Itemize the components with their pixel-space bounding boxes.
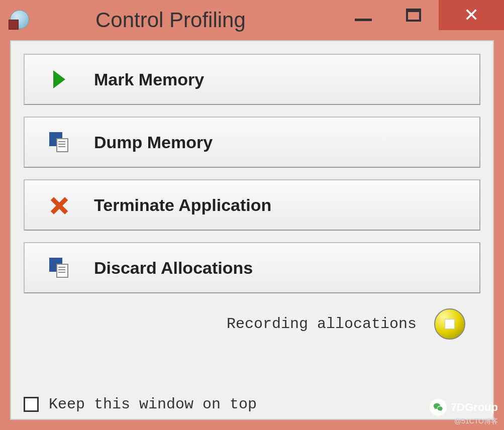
watermark-text: 7DGroup [451,401,498,414]
x-icon [47,196,71,214]
documents-icon [47,132,71,152]
discard-allocations-button[interactable]: Discard Allocations [24,242,480,293]
titlebar[interactable]: Control Profiling ✕ [0,0,504,40]
action-label: Terminate Application [94,195,271,215]
status-text: Recording allocations [227,315,417,333]
minimize-button[interactable] [338,0,388,30]
maximize-button[interactable] [388,0,439,30]
checkbox-label: Keep this window on top [49,396,257,413]
close-icon: ✕ [464,6,479,24]
window-title: Control Profiling [95,8,246,32]
terminate-application-button[interactable]: Terminate Application [24,179,480,231]
status-row: Recording allocations [24,308,480,340]
documents-icon [47,258,71,278]
maximize-icon [406,9,421,22]
watermark-main: 7DGroup [430,399,498,416]
watermark-sub: @51CTO博客 [430,417,498,426]
content-area: Mark Memory Dump Memory Terminate Applic… [10,40,494,420]
play-icon [47,70,71,88]
footer: Keep this window on top [24,396,257,413]
close-button[interactable]: ✕ [439,0,504,30]
window-controls: ✕ [338,0,504,30]
mark-memory-button[interactable]: Mark Memory [24,54,480,105]
stop-icon [445,319,455,329]
action-label: Mark Memory [94,70,204,89]
action-label: Dump Memory [94,133,213,152]
wechat-icon [430,399,447,416]
recording-indicator-button[interactable] [434,308,465,340]
window: Control Profiling ✕ Mark Memory [0,0,504,430]
dump-memory-button[interactable]: Dump Memory [24,117,480,168]
action-label: Discard Allocations [94,258,253,278]
keep-on-top-checkbox[interactable] [24,397,39,412]
watermark: 7DGroup @51CTO博客 [430,399,498,426]
minimize-icon [355,19,372,21]
app-icon [10,10,30,30]
